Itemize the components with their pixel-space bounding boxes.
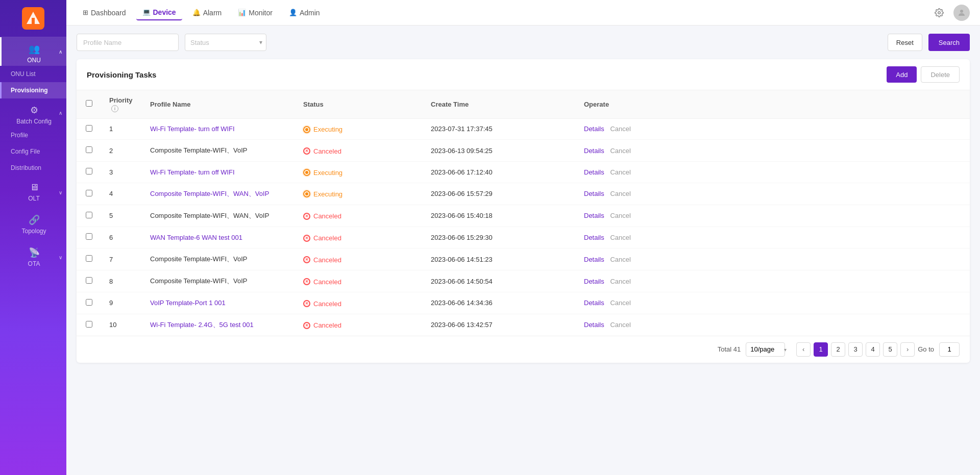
table-row: 2 Composite Template-WIFI、VoIP Canceled … — [77, 140, 970, 162]
profile-name-cell: Composite Template-WIFI、VoIP — [142, 248, 295, 270]
pagination-bar: Total 41 10/page 20/page 50/page ‹ 1 2 3… — [77, 336, 970, 363]
status-cell: Canceled — [295, 248, 423, 270]
row-checkbox[interactable] — [86, 321, 92, 328]
profile-name-cell: Composite Template-WIFI、WAN、VoIP — [142, 205, 295, 227]
cancel-button[interactable]: Cancel — [610, 125, 630, 133]
cancel-button[interactable]: Cancel — [610, 278, 630, 285]
profile-name-cell: VoIP Template-Port 1 001 — [142, 292, 295, 314]
sidebar-item-batch-config[interactable]: ⚙ Batch Config ∧ — [0, 98, 66, 127]
page-5-button[interactable]: 5 — [883, 342, 897, 357]
profile-name-link[interactable]: Composite Template-WIFI、WAN、VoIP — [150, 190, 269, 197]
operate-label: Operate — [584, 101, 609, 108]
details-button[interactable]: Details — [584, 147, 604, 155]
profile-name-link[interactable]: Wi-Fi Template- turn off WIFI — [150, 125, 235, 133]
cancel-button[interactable]: Cancel — [610, 212, 630, 219]
table-row: 4 Composite Template-WIFI、WAN、VoIP Execu… — [77, 183, 970, 205]
details-button[interactable]: Details — [584, 299, 604, 307]
details-button[interactable]: Details — [584, 321, 604, 329]
row-checkbox[interactable] — [86, 168, 92, 174]
row-checkbox[interactable] — [86, 233, 92, 240]
sidebar-item-profile[interactable]: Profile — [0, 127, 66, 143]
table-row: 5 Composite Template-WIFI、WAN、VoIP Cance… — [77, 205, 970, 227]
cancel-button[interactable]: Cancel — [610, 321, 630, 329]
goto-input[interactable] — [939, 342, 960, 357]
olt-icon: 🖥 — [30, 182, 39, 193]
profile-name-cell: Wi-Fi Template- turn off WIFI — [142, 118, 295, 140]
next-page-button[interactable]: › — [900, 342, 915, 357]
batch-config-icon: ⚙ — [30, 105, 38, 116]
status-select[interactable]: Status Executing Canceled — [185, 34, 266, 51]
profile-name-link[interactable]: Wi-Fi Template- turn off WIFI — [150, 168, 235, 176]
add-button[interactable]: Add — [887, 66, 917, 83]
page-size-select[interactable]: 10/page 20/page 50/page — [746, 342, 785, 357]
create-time-label: Create Time — [431, 101, 469, 108]
profile-name-input[interactable] — [77, 34, 179, 51]
status-text: Executing — [313, 169, 342, 177]
filter-bar: Status Executing Canceled Reset Search — [77, 34, 970, 51]
cancel-button[interactable]: Cancel — [610, 299, 630, 307]
status-badge: Executing — [303, 126, 342, 133]
table-row: 9 VoIP Template-Port 1 001 Canceled 2023… — [77, 292, 970, 314]
page-3-button[interactable]: 3 — [848, 342, 863, 357]
cancel-button[interactable]: Cancel — [610, 147, 630, 155]
sidebar-item-provisioning[interactable]: Provisioning — [0, 82, 66, 98]
prev-page-button[interactable]: ‹ — [796, 342, 811, 357]
table-body: 1 Wi-Fi Template- turn off WIFI Executin… — [77, 118, 970, 336]
cancel-button[interactable]: Cancel — [610, 190, 630, 197]
svg-rect-1 — [32, 18, 35, 24]
nav-dashboard[interactable]: ⊞ Dashboard — [77, 6, 132, 20]
delete-button[interactable]: Delete — [921, 66, 960, 83]
sidebar-item-olt[interactable]: 🖥 OLT ∨ — [0, 176, 66, 208]
profile-name-text: Composite Template-WIFI、VoIP — [150, 146, 248, 154]
row-checkbox[interactable] — [86, 212, 92, 218]
details-button[interactable]: Details — [584, 212, 604, 219]
priority-header: Priority i — [101, 90, 142, 118]
sidebar-item-topology[interactable]: 🔗 Topology — [0, 208, 66, 241]
sidebar-item-ota[interactable]: 📡 OTA ∨ — [0, 241, 66, 273]
settings-button[interactable] — [931, 5, 947, 21]
profile-name-link[interactable]: Wi-Fi Template- 2.4G、5G test 001 — [150, 321, 254, 329]
nav-monitor[interactable]: 📊 Monitor — [232, 6, 279, 20]
profile-name-link[interactable]: VoIP Template-Port 1 001 — [150, 299, 226, 307]
ota-icon: 📡 — [29, 247, 40, 258]
reset-button[interactable]: Reset — [888, 34, 922, 51]
row-checkbox[interactable] — [86, 255, 92, 262]
page-4-button[interactable]: 4 — [866, 342, 880, 357]
nav-device[interactable]: 💻 Device — [136, 5, 182, 20]
status-badge: Executing — [303, 190, 342, 198]
cancel-button[interactable]: Cancel — [610, 256, 630, 263]
priority-cell: 3 — [101, 162, 142, 183]
profile-name-link[interactable]: WAN Template-6 WAN test 001 — [150, 234, 242, 241]
sidebar-item-onu-list[interactable]: ONU List — [0, 66, 66, 82]
details-button[interactable]: Details — [584, 190, 604, 197]
sidebar-topology-label: Topology — [21, 228, 46, 235]
nav-admin[interactable]: 👤 Admin — [283, 6, 326, 20]
sidebar-item-onu[interactable]: 👥 ONU ∧ — [0, 37, 66, 66]
svg-point-3 — [960, 10, 963, 13]
sidebar-item-distribution[interactable]: Distribution — [0, 160, 66, 176]
select-all-checkbox[interactable] — [86, 100, 92, 107]
search-button[interactable]: Search — [928, 34, 970, 51]
row-checkbox[interactable] — [86, 299, 92, 306]
details-button[interactable]: Details — [584, 234, 604, 241]
row-checkbox[interactable] — [86, 277, 92, 284]
onu-arrow-icon: ∧ — [59, 49, 62, 55]
config-file-label: Config File — [11, 148, 40, 155]
status-badge: Canceled — [303, 212, 341, 220]
ota-arrow-icon: ∨ — [59, 255, 62, 260]
details-button[interactable]: Details — [584, 125, 604, 133]
cancel-button[interactable]: Cancel — [610, 234, 630, 241]
details-button[interactable]: Details — [584, 168, 604, 176]
row-checkbox[interactable] — [86, 146, 92, 153]
page-1-button[interactable]: 1 — [814, 342, 828, 357]
status-badge: Canceled — [303, 256, 341, 264]
row-checkbox[interactable] — [86, 125, 92, 132]
row-checkbox[interactable] — [86, 190, 92, 196]
user-avatar[interactable] — [953, 5, 970, 21]
cancel-button[interactable]: Cancel — [610, 168, 630, 176]
page-2-button[interactable]: 2 — [831, 342, 845, 357]
details-button[interactable]: Details — [584, 278, 604, 285]
nav-alarm[interactable]: 🔔 Alarm — [186, 6, 228, 20]
sidebar-item-config-file[interactable]: Config File — [0, 143, 66, 160]
details-button[interactable]: Details — [584, 256, 604, 263]
